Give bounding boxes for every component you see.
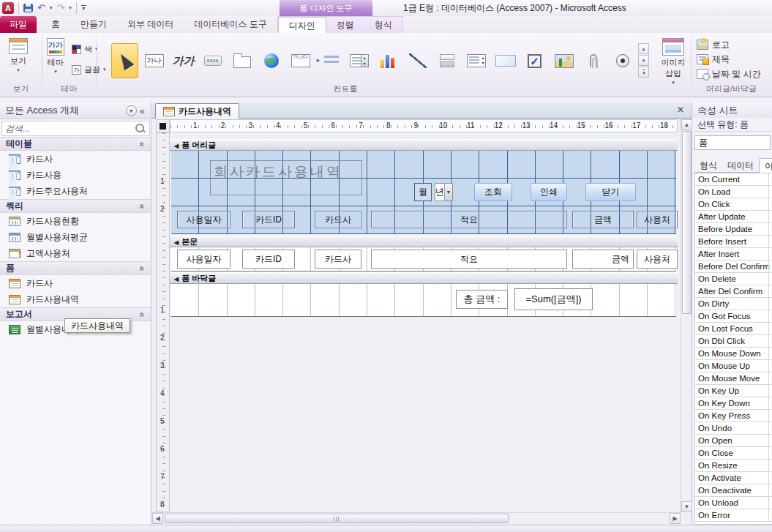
nav-section-쿼리[interactable]: 쿼리«: [0, 199, 151, 213]
gallery-scroll-up-icon[interactable]: ▴: [638, 43, 649, 54]
property-tab-이벤트[interactable]: 이벤트: [759, 158, 772, 173]
button-icon[interactable]: xxxx: [199, 43, 226, 78]
ribbon-tab-파일[interactable]: 파일: [0, 16, 37, 33]
combo-dropdown-icon[interactable]: ▼: [444, 184, 452, 201]
detail-textbox-카드ID[interactable]: 카드ID: [242, 250, 295, 269]
document-tab[interactable]: 카드사용내역: [155, 103, 239, 119]
combo-box-icon[interactable]: [345, 43, 372, 78]
nav-menu-dropdown-icon[interactable]: ▼: [126, 105, 137, 116]
command-button-닫기[interactable]: 닫기: [585, 183, 636, 201]
tab-control-icon[interactable]: [228, 43, 255, 78]
detail-textbox-사용일자[interactable]: 사용일자: [177, 250, 231, 269]
fonts-button[interactable]: 가 글꼴 ▾: [72, 62, 106, 77]
chevron-up-icon[interactable]: «: [138, 203, 148, 209]
form-footer-section[interactable]: 총 금액 : =Sum([금액]): [171, 284, 676, 317]
property-row-On Key Press[interactable]: On Key Press: [695, 410, 772, 422]
chevron-up-icon[interactable]: «: [138, 312, 148, 317]
header-column-label-사용처[interactable]: 사용처: [637, 211, 678, 228]
property-row-After Insert[interactable]: After Insert: [695, 248, 772, 261]
gallery-scroll-down-icon[interactable]: ▾: [638, 55, 649, 66]
ribbon-tab-외부 데이터[interactable]: 외부 데이터: [117, 16, 184, 33]
horizontal-scrollbar[interactable]: ◀ ▶: [152, 512, 681, 524]
select-pointer-icon[interactable]: [111, 43, 138, 78]
shutter-bar-close-icon[interactable]: «: [140, 105, 151, 116]
redo-dropdown-icon[interactable]: ▾: [69, 6, 72, 10]
nav-item-카드사[interactable]: 카드사: [0, 275, 151, 291]
detail-textbox-카드사[interactable]: 카드사: [315, 250, 361, 269]
chevron-up-icon[interactable]: «: [138, 141, 148, 146]
nav-item-카드주요사용처[interactable]: 카드주요사용처: [0, 183, 151, 199]
property-row-On Unload[interactable]: On Unload: [695, 497, 772, 509]
property-row-On Open[interactable]: On Open: [695, 435, 772, 447]
option-button-icon[interactable]: [609, 43, 636, 78]
header-column-label-카드ID[interactable]: 카드ID: [242, 211, 295, 228]
property-row-On Error[interactable]: On Error: [695, 509, 772, 522]
property-row-Before Update[interactable]: Before Update: [695, 223, 772, 236]
ribbon-tab-홈[interactable]: 홈: [41, 16, 70, 33]
header-column-label-금액[interactable]: 금액: [572, 211, 634, 228]
insert-image-button[interactable]: 이미지 삽입 ▾: [657, 38, 689, 85]
property-row-On Dirty[interactable]: On Dirty: [695, 298, 772, 310]
nav-section-폼[interactable]: 폼«: [0, 261, 151, 275]
close-document-icon[interactable]: ✕: [677, 105, 684, 115]
property-tab-형식[interactable]: 형식: [694, 158, 722, 173]
ribbon-tab-형식[interactable]: 형식: [364, 17, 402, 33]
nav-item-월별사용처평균[interactable]: 월별사용처평균: [0, 229, 151, 245]
property-row-On Mouse Up[interactable]: On Mouse Up: [695, 360, 772, 372]
view-button[interactable]: 보기 ▾: [9, 38, 28, 72]
header-column-label-카드사[interactable]: 카드사: [315, 211, 361, 228]
scroll-right-icon[interactable]: ▶: [670, 513, 681, 524]
property-row-On Dbl Click[interactable]: On Dbl Click: [695, 335, 772, 348]
property-row-On Click[interactable]: On Click: [695, 198, 772, 211]
horizontal-ruler[interactable]: 123456789101112131415161718: [170, 119, 678, 132]
property-row-On Got Focus[interactable]: On Got Focus: [695, 310, 772, 323]
colors-button[interactable]: 색 ▾: [72, 42, 98, 56]
toggle-button-icon[interactable]: [433, 43, 460, 78]
property-row-On Close[interactable]: On Close: [695, 447, 772, 460]
access-logo-icon[interactable]: A: [2, 2, 14, 14]
ribbon-tab-만들기[interactable]: 만들기: [70, 16, 117, 33]
selection-combo-box[interactable]: 폼: [694, 135, 771, 150]
themes-button[interactable]: 가가 테마 ▾: [47, 38, 64, 74]
chevron-up-icon[interactable]: «: [138, 266, 148, 271]
nav-section-테이블[interactable]: 테이블«: [0, 137, 151, 151]
property-row-Before Insert[interactable]: Before Insert: [695, 236, 772, 248]
property-row-On Current[interactable]: On Current: [695, 173, 772, 186]
form-footer-section-bar[interactable]: ◀폼 바닥글: [170, 272, 678, 284]
horizontal-scroll-thumb[interactable]: [165, 514, 509, 523]
nav-item-카드사용[interactable]: 카드사용: [0, 167, 151, 183]
undo-icon[interactable]: ↶: [37, 4, 45, 12]
datetime-button[interactable]: 날짜 및 시간: [697, 67, 761, 80]
detail-section-bar[interactable]: ◀본문: [170, 236, 678, 247]
command-button-인쇄[interactable]: 인쇄: [531, 183, 567, 201]
nav-item-카드사[interactable]: 카드사: [0, 151, 151, 167]
vertical-scrollbar[interactable]: ▲ ▼: [681, 119, 692, 512]
total-amount-label[interactable]: 총 금액 :: [456, 290, 508, 309]
form-selector[interactable]: [156, 119, 170, 132]
vertical-scroll-thumb[interactable]: [682, 131, 692, 314]
property-row-On Activate[interactable]: On Activate: [695, 472, 772, 484]
title-button[interactable]: 제목: [697, 53, 730, 66]
scroll-down-icon[interactable]: ▼: [681, 501, 692, 512]
attachment-icon[interactable]: [580, 43, 607, 78]
detail-section[interactable]: 사용일자카드ID카드사적요금액사용처: [171, 247, 676, 271]
scroll-left-icon[interactable]: ◀: [152, 513, 163, 524]
search-input[interactable]: [2, 124, 135, 134]
detail-textbox-금액[interactable]: 금액: [572, 250, 634, 269]
property-row-On Resize[interactable]: On Resize: [695, 460, 772, 472]
ribbon-tab-디자인[interactable]: 디자인: [278, 17, 326, 33]
redo-icon[interactable]: ↷: [56, 4, 64, 12]
undo-dropdown-icon[interactable]: ▾: [50, 6, 53, 10]
form-header-section-bar[interactable]: ◀폼 머리글: [170, 139, 678, 151]
customize-qat-icon[interactable]: ▼: [81, 5, 86, 11]
detail-textbox-사용처[interactable]: 사용처: [637, 250, 678, 269]
nav-item-카드사용현황[interactable]: 카드사용현황: [0, 213, 151, 229]
search-icon[interactable]: [135, 124, 145, 133]
vertical-ruler[interactable]: 1212345678: [156, 132, 170, 512]
rectangle-icon[interactable]: [492, 43, 519, 78]
form-header-section[interactable]: 회사카드사용내역 월 년 ▼ 조회인쇄닫기 사용일자카드ID카드사적요금액사용처: [171, 151, 676, 234]
property-row-On Deactivate[interactable]: On Deactivate: [695, 484, 772, 497]
ribbon-tab-정렬[interactable]: 정렬: [326, 17, 364, 33]
line-icon[interactable]: [404, 43, 431, 78]
list-box-icon[interactable]: [462, 43, 490, 78]
